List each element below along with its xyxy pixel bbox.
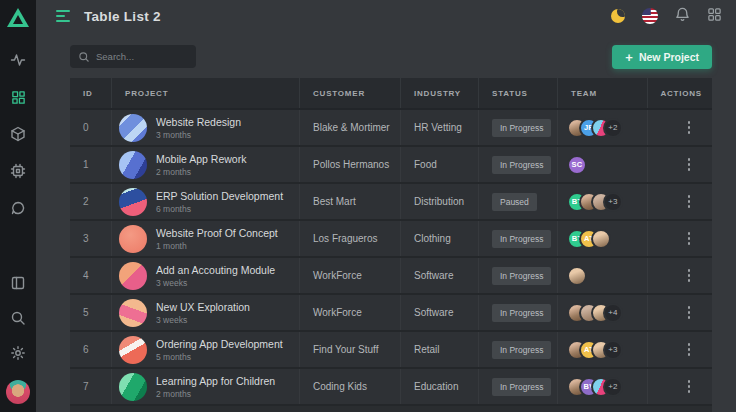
customer: WorkForce <box>300 258 401 293</box>
main-area: Table List 2 + New Project ID <box>36 0 736 412</box>
dark-mode-moon-icon[interactable] <box>611 9 625 23</box>
actions-cell <box>648 258 712 293</box>
topbar-icons <box>611 7 722 26</box>
app-logo[interactable] <box>0 0 36 34</box>
package-box-icon[interactable] <box>10 126 26 142</box>
col-actions: Actions <box>648 78 712 108</box>
project-name: Learning App for Children <box>156 375 275 387</box>
team-member-photo-avatar <box>567 266 587 286</box>
row-actions-button[interactable] <box>685 229 694 248</box>
table-row[interactable]: 4 Add an Accouting Module 3 weeks WorkFo… <box>70 258 712 295</box>
customer: Los Fragueros <box>300 221 401 256</box>
table-row[interactable]: 0 Website Redesign 3 months Blake & Mort… <box>70 110 712 147</box>
cpu-chip-icon[interactable] <box>10 163 26 179</box>
project-cell: Website Redesign 3 months <box>112 110 300 145</box>
project-avatar-icon <box>119 225 147 253</box>
status-badge: In Progress <box>492 230 551 248</box>
status-badge: In Progress <box>492 156 551 174</box>
user-avatar[interactable] <box>6 380 30 404</box>
project-avatar-icon <box>119 262 147 290</box>
row-id: 3 <box>70 221 112 256</box>
search-input[interactable] <box>96 51 188 62</box>
project-name: New UX Exploration <box>156 301 250 313</box>
table-row[interactable]: 2 ERP Solution Development 6 months Best… <box>70 184 712 221</box>
row-actions-button[interactable] <box>685 266 694 285</box>
table-row[interactable]: 3 Website Proof Of Concept 1 month Los F… <box>70 221 712 258</box>
table-row[interactable]: 5 New UX Exploration 3 weeks WorkForce S… <box>70 295 712 332</box>
row-id: 6 <box>70 332 112 367</box>
project-duration: 6 months <box>156 204 283 214</box>
industry: Education <box>401 369 479 404</box>
project-duration: 2 months <box>156 167 246 177</box>
project-duration: 3 months <box>156 130 241 140</box>
toolbar: + New Project <box>36 32 736 69</box>
project-name: Mobile App Rework <box>156 153 246 165</box>
team-member-photo-avatar <box>591 229 611 249</box>
search-icon[interactable] <box>10 310 26 326</box>
table-row[interactable]: 6 Ordering App Development 5 months Find… <box>70 332 712 369</box>
row-id: 5 <box>70 295 112 330</box>
search-box[interactable] <box>70 45 196 68</box>
row-id: 1 <box>70 147 112 182</box>
apps-grid-icon[interactable] <box>707 7 722 26</box>
status-cell: In Progress <box>479 295 558 330</box>
team-avatars: JR+2 <box>558 110 648 145</box>
status-badge: In Progress <box>492 119 551 137</box>
project-cell: Add an Accouting Module 3 weeks <box>112 258 300 293</box>
row-actions-button[interactable] <box>685 118 694 137</box>
project-cell: New UX Exploration 3 weeks <box>112 295 300 330</box>
industry: Software <box>401 295 479 330</box>
project-name: ERP Solution Development <box>156 190 283 202</box>
team-avatars <box>558 258 648 293</box>
team-extra-count-badge: +3 <box>603 340 623 360</box>
team-avatars: BV+2 <box>558 369 648 404</box>
triangle-logo-icon <box>7 8 29 27</box>
team-extra-count-badge: +2 <box>603 118 623 138</box>
project-duration: 1 month <box>156 241 278 251</box>
activity-icon[interactable] <box>10 52 26 68</box>
language-us-flag-icon[interactable] <box>642 8 658 24</box>
industry: HR Vetting <box>401 110 479 145</box>
project-avatar-icon <box>119 336 147 364</box>
project-cell: Website Proof Of Concept 1 month <box>112 221 300 256</box>
row-actions-button[interactable] <box>685 192 694 211</box>
project-avatar-icon <box>119 114 147 142</box>
project-cell: Ordering App Development 5 months <box>112 332 300 367</box>
status-badge: In Progress <box>492 304 551 322</box>
row-id: 2 <box>70 184 112 219</box>
actions-cell <box>648 110 712 145</box>
customer: Best Mart <box>300 184 401 219</box>
page-title: Table List 2 <box>84 9 161 24</box>
status-cell: Paused <box>479 184 558 219</box>
industry: Software <box>401 258 479 293</box>
table-body: 0 Website Redesign 3 months Blake & Mort… <box>70 110 712 406</box>
table-header: ID Project Customer Industry Status Team… <box>70 78 712 110</box>
dashboard-grid-icon[interactable] <box>10 89 26 105</box>
row-actions-button[interactable] <box>685 155 694 174</box>
table-row[interactable]: 1 Mobile App Rework 2 months Pollos Herm… <box>70 147 712 184</box>
col-status: Status <box>479 78 558 108</box>
col-customer: Customer <box>300 78 401 108</box>
team-extra-count-badge: +3 <box>603 192 623 212</box>
table-row[interactable]: 7 Learning App for Children 2 months Cod… <box>70 369 712 406</box>
chat-bubble-icon[interactable] <box>10 200 26 216</box>
team-avatars: BTAT <box>558 221 648 256</box>
row-id: 4 <box>70 258 112 293</box>
row-actions-button[interactable] <box>685 303 694 322</box>
project-duration: 3 weeks <box>156 315 250 325</box>
menu-hamburger-icon[interactable] <box>56 10 70 22</box>
settings-gear-icon[interactable] <box>10 345 26 361</box>
customer: Find Your Stuff <box>300 332 401 367</box>
layout-panel-icon[interactable] <box>10 275 26 291</box>
col-industry: Industry <box>401 78 479 108</box>
col-team: Team <box>558 78 648 108</box>
actions-cell <box>648 184 712 219</box>
project-duration: 2 months <box>156 389 275 399</box>
team-avatars: +4 <box>558 295 648 330</box>
row-actions-button[interactable] <box>685 377 694 396</box>
notifications-bell-icon[interactable] <box>675 7 690 26</box>
new-project-button[interactable]: + New Project <box>612 45 712 69</box>
row-actions-button[interactable] <box>685 340 694 359</box>
status-cell: In Progress <box>479 221 558 256</box>
col-project: Project <box>112 78 300 108</box>
